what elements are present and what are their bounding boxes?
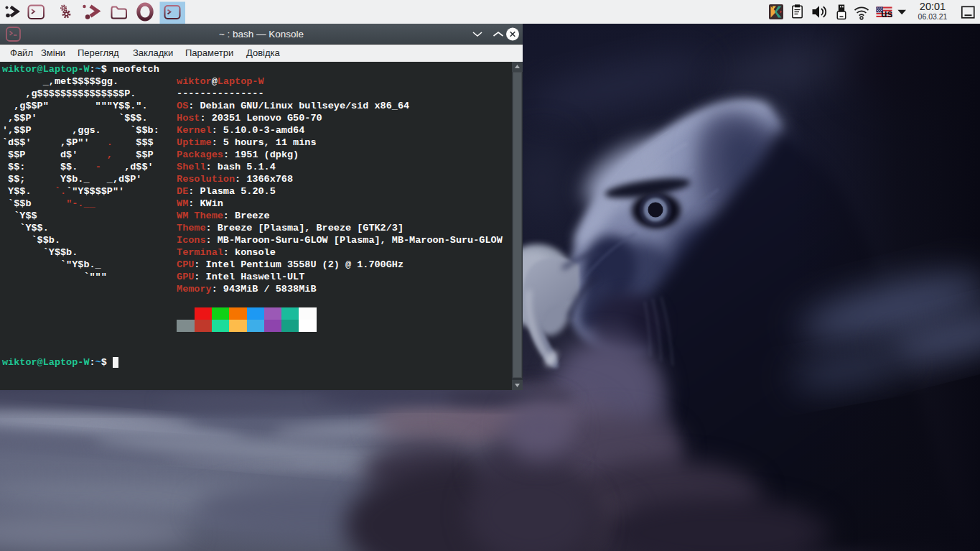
svg-text:us: us — [881, 8, 893, 19]
